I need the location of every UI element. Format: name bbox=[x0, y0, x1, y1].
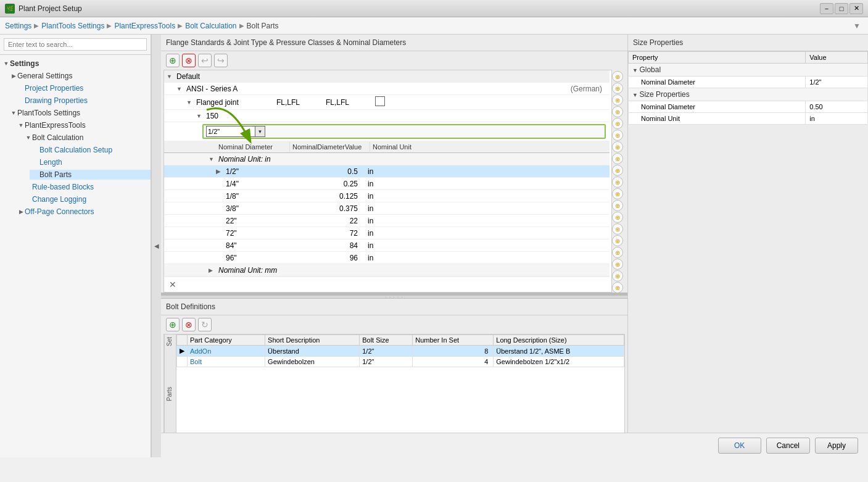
nd-row-3[interactable]: 3/8" 0.375 in bbox=[164, 202, 610, 215]
nd-row-1[interactable]: 1/4" 0.25 in bbox=[164, 178, 610, 190]
sidebar-item-bolt-calculation[interactable]: ▼ Bolt Calculation bbox=[0, 131, 151, 144]
sidebar-item-change-logging[interactable]: Change Logging bbox=[0, 193, 151, 206]
sidebar-item-bolt-calc-setup[interactable]: Bolt Calculation Setup bbox=[0, 144, 151, 156]
nd-value-1: 1/4" bbox=[226, 180, 294, 188]
nd-value-4: 22" bbox=[226, 217, 294, 225]
cancel-button[interactable]: Cancel bbox=[766, 438, 810, 454]
side-btn-5[interactable]: ⊕ bbox=[612, 118, 623, 129]
side-btn-2[interactable]: ⊕ bbox=[612, 83, 623, 94]
search-input[interactable] bbox=[4, 38, 147, 51]
inline-editor-input[interactable]: 1/2" bbox=[206, 126, 255, 137]
checkbox[interactable] bbox=[375, 96, 385, 106]
app-icon: 🌿 bbox=[5, 4, 15, 14]
side-btn-10[interactable]: ⊕ bbox=[612, 177, 623, 188]
bolt-refresh-button[interactable]: ↻ bbox=[198, 318, 212, 331]
add-button[interactable]: ⊕ bbox=[166, 54, 180, 67]
ansi-row[interactable]: ▼ ANSI - Series A (German) bbox=[164, 83, 610, 95]
minimize-button[interactable]: − bbox=[820, 3, 833, 14]
label-general-settings: General Settings bbox=[17, 72, 72, 80]
bolt-short-desc-1: Gewindebolzen bbox=[265, 357, 360, 367]
side-btn-1[interactable]: ⊕ bbox=[612, 71, 623, 82]
pressure-class-row[interactable]: ▼ 150 bbox=[164, 110, 610, 122]
sidebar-item-project-properties[interactable]: Project Properties bbox=[0, 82, 151, 94]
sidebar-item-length[interactable]: Length bbox=[0, 156, 151, 168]
unit-value-3: in bbox=[368, 204, 373, 213]
ndv-value-2: 0.125 bbox=[294, 192, 368, 201]
bolt-section-header: Bolt Definitions bbox=[161, 299, 627, 315]
nominal-unit-in-row[interactable]: ▼ Nominal Unit: in bbox=[164, 153, 610, 165]
side-btn-13[interactable]: ⊕ bbox=[612, 212, 623, 223]
bolt-definitions-section: Bolt Definitions ⊕ ⊗ ↻ bbox=[161, 299, 627, 433]
breadcrumb-bolt-calc[interactable]: Bolt Calculation bbox=[185, 22, 236, 30]
side-btn-14[interactable]: ⊕ bbox=[612, 223, 623, 235]
nd-row-5[interactable]: 72" 72 in bbox=[164, 227, 610, 239]
side-btn-3[interactable]: ⊕ bbox=[612, 94, 623, 106]
th-arrow bbox=[177, 335, 188, 346]
unit-value-6: in bbox=[368, 241, 373, 250]
sidebar-item-plantexpress[interactable]: ▼ PlantExpressTools bbox=[0, 119, 151, 131]
label-settings: Settings bbox=[10, 59, 39, 68]
side-btn-12[interactable]: ⊕ bbox=[612, 200, 623, 211]
sidebar-item-bolt-parts[interactable]: Bolt Parts bbox=[0, 168, 151, 181]
redo-button[interactable]: ↪ bbox=[214, 54, 228, 67]
size-unit-row: Nominal Unit in bbox=[629, 113, 868, 125]
side-btn-7[interactable]: ⊕ bbox=[612, 141, 623, 152]
col-nd-header: Nominal Diameter bbox=[216, 142, 290, 152]
ndv-value-4: 22 bbox=[294, 217, 368, 225]
remove-button[interactable]: ⊗ bbox=[182, 54, 196, 67]
bolt-row-1[interactable]: Bolt Gewindebolzen 1/2" 4 Gewindebolzen … bbox=[177, 357, 624, 367]
side-btn-19[interactable]: ⊕ bbox=[612, 282, 623, 293]
breadcrumb-planttools[interactable]: PlantTools Settings bbox=[41, 22, 104, 30]
label-project-properties: Project Properties bbox=[25, 84, 83, 93]
sidebar-collapse-button[interactable]: ◀ bbox=[151, 35, 161, 457]
bolt-add-button[interactable]: ⊕ bbox=[166, 318, 180, 331]
side-btn-8[interactable]: ⊕ bbox=[612, 153, 623, 164]
bolt-row-0[interactable]: ▶ AddOn Überstand 1/2" 8 Überstand 1/2",… bbox=[177, 346, 624, 357]
default-row[interactable]: ▼ Default bbox=[164, 70, 610, 83]
ok-button[interactable]: OK bbox=[718, 438, 761, 454]
default-label: Default bbox=[176, 72, 200, 81]
side-btn-16[interactable]: ⊕ bbox=[612, 247, 623, 258]
unit-value-5: in bbox=[368, 229, 373, 238]
apply-button[interactable]: Apply bbox=[815, 438, 858, 454]
side-btn-9[interactable]: ⊕ bbox=[612, 165, 623, 176]
bolt-size-1: 1/2" bbox=[360, 357, 413, 367]
bolt-remove-button[interactable]: ⊗ bbox=[182, 318, 196, 331]
nd-row-6[interactable]: 84" 84 in bbox=[164, 239, 610, 252]
nd-row-4[interactable]: 22" 22 in bbox=[164, 215, 610, 227]
nominal-unit-mm-row[interactable]: ▶ Nominal Unit: mm bbox=[164, 264, 610, 276]
sidebar-item-rule-based[interactable]: Rule-based Blocks bbox=[0, 181, 151, 193]
nd-row-7[interactable]: 96" 96 in bbox=[164, 252, 610, 264]
side-btn-17[interactable]: ⊕ bbox=[612, 259, 623, 270]
global-nd-label: Nominal Diameter bbox=[629, 77, 806, 88]
ndv-value-6: 84 bbox=[294, 241, 368, 250]
side-btn-15[interactable]: ⊕ bbox=[612, 235, 623, 246]
close-button[interactable]: ✕ bbox=[849, 3, 863, 14]
global-group-row: ▼ Global bbox=[629, 64, 868, 77]
sidebar-item-planttools-settings[interactable]: ▼ PlantTools Settings bbox=[0, 107, 151, 119]
breadcrumb-dropdown[interactable]: ▼ bbox=[853, 22, 863, 30]
side-btn-11[interactable]: ⊕ bbox=[612, 188, 623, 199]
close-grid-button[interactable]: ✕ bbox=[169, 280, 176, 289]
breadcrumb-settings[interactable]: Settings bbox=[5, 22, 31, 30]
size-nd-value: 0.50 bbox=[806, 101, 868, 113]
flanged-joint-row[interactable]: ▼ Flanged joint FL,LFL FL,LFL bbox=[164, 95, 610, 110]
sidebar-item-off-page[interactable]: ▶ Off-Page Connectors bbox=[0, 206, 151, 218]
nd-row-2[interactable]: 1/8" 0.125 in bbox=[164, 190, 610, 202]
size-unit-value: in bbox=[806, 113, 868, 125]
restore-button[interactable]: □ bbox=[835, 3, 848, 14]
side-btn-6[interactable]: ⊕ bbox=[612, 130, 623, 141]
side-btn-4[interactable]: ⊕ bbox=[612, 106, 623, 117]
sidebar-item-general-settings[interactable]: ▶ General Settings bbox=[0, 70, 151, 82]
nd-row-0[interactable]: ▶ 1/2" 0.5 in bbox=[164, 165, 610, 178]
sidebar-item-settings[interactable]: ▼ Settings bbox=[0, 57, 151, 70]
breadcrumb-plantexpress[interactable]: PlantExpressTools bbox=[114, 22, 175, 30]
size-properties-panel: Size Properties Property Value bbox=[627, 35, 868, 433]
unit-value-7: in bbox=[368, 254, 373, 262]
undo-button[interactable]: ↩ bbox=[198, 54, 212, 67]
nd-value-0: 1/2" bbox=[226, 167, 294, 176]
inline-dropdown-arrow[interactable]: ▼ bbox=[255, 126, 265, 137]
sidebar-item-drawing-properties[interactable]: Drawing Properties bbox=[0, 94, 151, 107]
side-btn-18[interactable]: ⊕ bbox=[612, 270, 623, 281]
flange-section-header: Flange Standards & Joint Type & Pressure… bbox=[161, 35, 627, 51]
